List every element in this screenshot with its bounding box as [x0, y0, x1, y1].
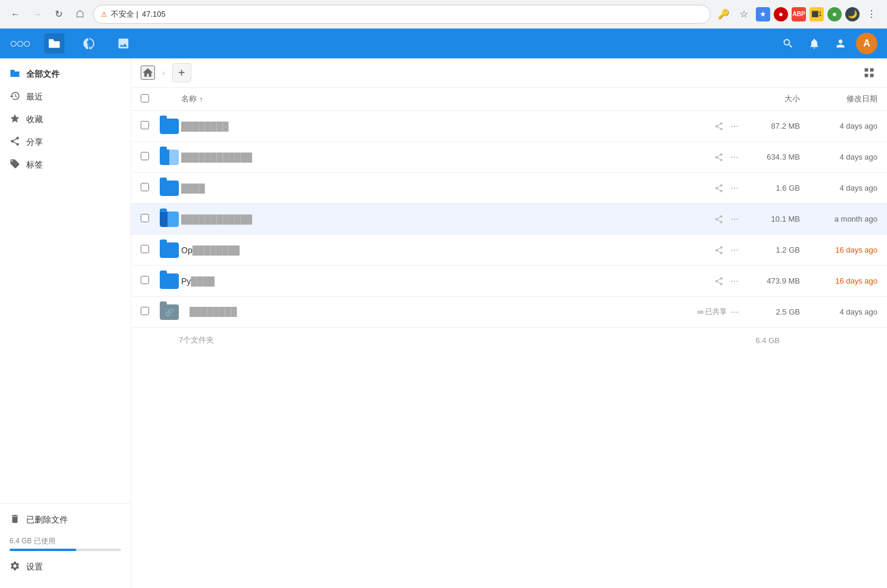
sidebar-item-recent[interactable]: 最近 — [0, 86, 131, 108]
table-row[interactable]: ████████ ··· 87.2 MB 4 days ago — [131, 111, 887, 142]
file-size: 473.9 MB — [740, 276, 800, 285]
file-date: 4 days ago — [800, 183, 877, 192]
file-name: ████████████ — [181, 153, 681, 162]
sidebar-item-tags[interactable]: 标签 — [0, 154, 131, 176]
storage-bar-fill — [10, 549, 76, 551]
home-button[interactable]: ☖ — [72, 6, 88, 23]
view-toggle-button[interactable] — [861, 64, 877, 81]
table-row[interactable]: Op████████ ··· 1.2 GB 16 days ago — [131, 235, 887, 266]
app-logo[interactable]: ○○○ — [10, 36, 30, 51]
share-action[interactable] — [712, 120, 725, 133]
footer-summary: 7个文件夹 6.4 GB — [131, 328, 887, 353]
user-avatar[interactable]: A — [856, 33, 877, 54]
notifications-button[interactable] — [804, 33, 825, 54]
table-row[interactable]: Py████ ··· 473.9 MB 16 days ago — [131, 266, 887, 297]
more-action[interactable]: ··· — [729, 243, 740, 257]
file-list: ████████ ··· 87.2 MB 4 days ago — [131, 111, 887, 328]
forward-button[interactable]: → — [29, 6, 45, 23]
more-action[interactable]: ··· — [729, 119, 740, 133]
row-checkbox[interactable] — [141, 183, 149, 191]
file-date: 4 days ago — [800, 307, 877, 316]
file-name: Op████████ — [181, 245, 681, 255]
row-checkbox[interactable] — [141, 214, 149, 222]
all-files-icon — [10, 68, 20, 81]
main-wrapper: 全部文件 最近 收藏 分享 标签 — [0, 58, 887, 588]
storage-label: 6.4 GB 已使用 — [10, 537, 55, 545]
ext-star-btn[interactable]: ★ — [756, 7, 770, 21]
more-action[interactable]: ··· — [729, 274, 740, 288]
share-action[interactable] — [712, 213, 725, 226]
sort-by-name[interactable]: 名称 ↑ — [181, 94, 681, 104]
folder-icon — [160, 150, 179, 165]
table-row[interactable]: ████ ··· 1.6 GB 4 days ago — [131, 173, 887, 204]
row-checkbox[interactable] — [141, 245, 149, 253]
breadcrumb-separator: › — [162, 68, 165, 77]
reload-button[interactable]: ↻ — [50, 6, 67, 23]
ext-abp-btn[interactable]: ABP — [792, 7, 806, 21]
row-checkbox[interactable] — [141, 276, 149, 284]
key-icon-btn[interactable]: 🔑 — [715, 6, 732, 23]
nav-activity-button[interactable] — [79, 33, 99, 54]
sidebar-recent-label: 最近 — [26, 92, 43, 102]
nav-files-button[interactable] — [44, 33, 64, 54]
sidebar-item-shared[interactable]: 分享 — [0, 131, 131, 154]
row-checkbox[interactable] — [141, 152, 149, 160]
add-button[interactable]: + — [172, 63, 191, 82]
recent-icon — [10, 91, 20, 104]
menu-button[interactable]: ⋮ — [863, 6, 880, 23]
search-button[interactable] — [777, 33, 799, 54]
more-action[interactable]: ··· — [729, 181, 740, 195]
table-row[interactable]: ████████████ ··· 634.3 MB 4 days ago — [131, 142, 887, 173]
sidebar-item-trash[interactable]: 已删除文件 — [0, 509, 131, 531]
folder-icon — [160, 211, 179, 227]
back-button[interactable]: ← — [7, 6, 24, 23]
nav-gallery-button[interactable] — [113, 33, 134, 54]
bookmark-button[interactable]: ☆ — [736, 6, 752, 23]
name-column-label: 名称 — [181, 94, 197, 104]
file-name: ████████ — [181, 307, 681, 318]
browser-chrome: ← → ↻ ☖ ⚠ 不安全 | 47.105 🔑 ☆ ★ ● ABP ⬛1 ● … — [0, 0, 887, 29]
share-action[interactable] — [712, 275, 725, 288]
folder-icon — [160, 119, 179, 134]
storage-info: 6.4 GB 已使用 — [0, 531, 131, 556]
link-folder-icon: 🔗 — [160, 304, 179, 320]
file-list-header: 名称 ↑ 大小 修改日期 — [131, 88, 887, 111]
file-date: a month ago — [800, 214, 877, 223]
sidebar-item-favorites[interactable]: 收藏 — [0, 108, 131, 131]
url-text: 47.105 — [142, 10, 166, 18]
total-size: 6.4 GB — [756, 336, 780, 345]
share-action[interactable] — [712, 182, 725, 195]
ext-green-btn[interactable]: ● — [827, 7, 842, 21]
ext-moon-btn[interactable]: 🌙 — [845, 7, 860, 21]
file-date: 16 days ago — [800, 276, 877, 285]
file-name: ████ — [181, 183, 681, 193]
folder-count: 7个文件夹 — [179, 335, 214, 346]
select-all-checkbox[interactable] — [141, 94, 149, 102]
row-checkbox[interactable] — [141, 307, 149, 315]
address-bar[interactable]: ⚠ 不安全 | 47.105 — [93, 5, 711, 24]
sidebar-item-settings[interactable]: 设置 — [0, 556, 131, 578]
app-header: ○○○ A — [0, 29, 887, 58]
file-size: 1.2 GB — [740, 245, 800, 254]
more-action[interactable]: ··· — [729, 212, 740, 226]
sidebar: 全部文件 最近 收藏 分享 标签 — [0, 58, 131, 588]
home-breadcrumb[interactable] — [141, 66, 155, 80]
sidebar-item-all-files[interactable]: 全部文件 — [0, 63, 131, 86]
shared-icon — [10, 136, 20, 149]
file-size: 634.3 MB — [740, 153, 800, 161]
header-right: A — [777, 33, 877, 54]
contacts-button[interactable] — [830, 33, 851, 54]
share-action[interactable] — [712, 151, 725, 164]
security-icon: ⚠ — [101, 10, 107, 18]
ext-circle-btn[interactable]: ● — [774, 7, 788, 21]
file-size: 87.2 MB — [740, 122, 800, 130]
more-action[interactable]: ··· — [729, 150, 740, 164]
trash-icon — [10, 514, 20, 527]
table-row[interactable]: 🔗 ████████ 已共享 ··· 2.5 GB 4 days ago — [131, 297, 887, 328]
more-action[interactable]: ··· — [729, 305, 740, 319]
share-action[interactable] — [712, 244, 725, 257]
ext-badge-btn[interactable]: ⬛1 — [810, 7, 824, 21]
table-row[interactable]: ████████████ ··· 10.1 MB a month ago — [131, 204, 887, 235]
row-checkbox[interactable] — [141, 121, 149, 129]
file-date: 16 days ago — [800, 245, 877, 254]
